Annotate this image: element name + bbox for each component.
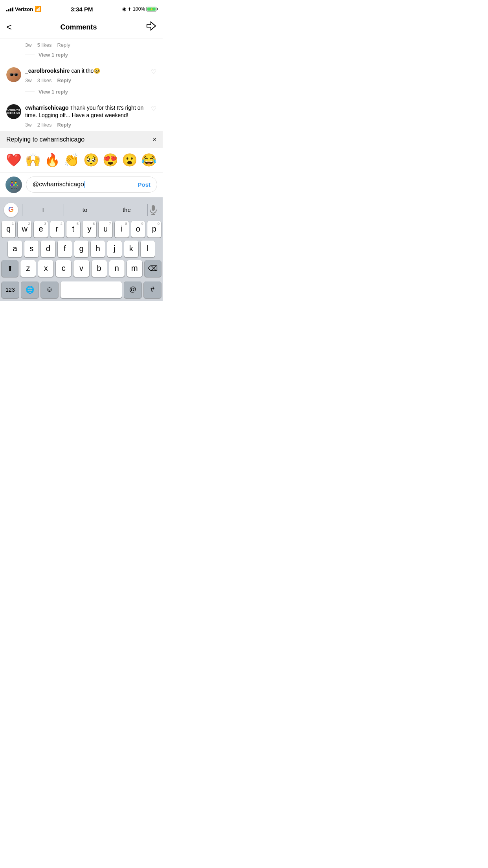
key-row-1: 1q 2w 3e 4r 5t 6y 7u 8i 9o 0p (2, 221, 161, 237)
key-s[interactable]: s (24, 241, 39, 257)
key-row-3: ⬆ z x c v b n m ⌫ (2, 260, 161, 277)
key-j[interactable]: j (107, 241, 121, 257)
keyboard: G I to the 1q 2w 3e 4r 5t 6y 7u 8i (0, 197, 163, 301)
emoji-surprised[interactable]: 😮 (122, 153, 138, 167)
key-b[interactable]: b (92, 260, 107, 277)
key-y[interactable]: 6y (83, 221, 96, 237)
navigation-icon: ⬆ (128, 7, 131, 12)
carol-likes: 3 likes (37, 77, 52, 83)
post-button[interactable]: Post (138, 181, 150, 188)
key-num-3: 3 (44, 222, 46, 226)
svg-marker-0 (147, 22, 156, 30)
status-bar: Verizon 📶 3:34 PM ◉ ⬆ 100% ⚡ (0, 0, 163, 17)
space-bar[interactable] (61, 281, 122, 298)
input-value: @cwharrischicago (33, 181, 84, 188)
key-d[interactable]: d (41, 241, 55, 257)
key-emoji[interactable]: ☺ (41, 281, 58, 298)
key-v[interactable]: v (73, 260, 89, 277)
suggestion-to[interactable]: to (64, 206, 105, 213)
carrier-label: Verizon (15, 6, 33, 12)
key-q[interactable]: 1q (2, 221, 15, 237)
emoji-laughing[interactable]: 😂 (141, 153, 157, 167)
key-f[interactable]: f (58, 241, 72, 257)
keyboard-rows: 1q 2w 3e 4r 5t 6y 7u 8i 9o 0p a s d f g … (0, 219, 163, 277)
key-l[interactable]: l (141, 241, 155, 257)
carol-heart-button[interactable]: ♡ (151, 68, 156, 75)
carol-comment-text: _carolbrookshire can it tho🥺 (25, 67, 147, 75)
comment-input[interactable]: @cwharrischicago (33, 181, 85, 188)
replies-line-2 (25, 92, 35, 92)
partial-likes: 5 likes (37, 42, 52, 48)
key-t[interactable]: 5t (66, 221, 80, 237)
emoji-raised-hands[interactable]: 🙌 (25, 153, 41, 167)
key-c[interactable]: c (56, 260, 71, 277)
backspace-button[interactable]: ⌫ (145, 260, 161, 277)
send-button[interactable] (145, 20, 156, 34)
cwharris-avatar: CWHarrisCHICAGO. (6, 104, 21, 119)
view-replies-1[interactable]: View 1 reply (0, 50, 163, 63)
key-n[interactable]: n (109, 260, 125, 277)
mic-button[interactable] (148, 204, 159, 215)
partial-reply-button[interactable]: Reply (57, 42, 70, 48)
key-x[interactable]: x (38, 260, 53, 277)
key-w[interactable]: 2w (18, 221, 31, 237)
view-replies-2[interactable]: View 1 reply (0, 86, 163, 99)
reply-banner: Replying to cwharrischicago × (0, 131, 163, 148)
emoji-sad[interactable]: 🥺 (83, 153, 99, 167)
key-z[interactable]: z (20, 260, 36, 277)
key-e[interactable]: 3e (34, 221, 48, 237)
key-hash[interactable]: # (144, 281, 161, 298)
key-p[interactable]: 0p (147, 221, 161, 237)
keyboard-suggestions: G I to the (0, 200, 163, 219)
emoji-clap[interactable]: 👏 (64, 153, 79, 167)
cwharris-reply-button[interactable]: Reply (57, 122, 71, 128)
key-g[interactable]: g (74, 241, 88, 257)
key-i[interactable]: 8i (115, 221, 128, 237)
key-num-7: 7 (109, 222, 111, 226)
wifi-icon: 📶 (35, 6, 41, 12)
carol-reply-button[interactable]: Reply (57, 77, 71, 83)
key-u[interactable]: 7u (99, 221, 112, 237)
suggestion-the[interactable]: the (106, 206, 147, 213)
emoji-heart-eyes[interactable]: 😍 (103, 153, 118, 167)
cwharris-likes: 2 likes (37, 122, 52, 128)
carol-username[interactable]: _carolbrookshire (25, 68, 70, 74)
charging-icon: ⚡ (150, 7, 154, 11)
reply-banner-close-button[interactable]: × (153, 136, 156, 143)
partial-time: 3w (25, 42, 32, 48)
key-k[interactable]: k (124, 241, 138, 257)
key-h[interactable]: h (91, 241, 105, 257)
key-a[interactable]: a (8, 241, 22, 257)
emoji-bar: ❤️ 🙌 🔥 👏 🥺 😍 😮 😂 (0, 148, 163, 173)
emoji-fire[interactable]: 🔥 (44, 153, 60, 167)
key-globe[interactable]: 🌐 (21, 281, 39, 298)
suggestion-I[interactable]: I (22, 206, 64, 213)
back-button[interactable]: < (6, 22, 12, 33)
key-at[interactable]: @ (124, 281, 141, 298)
key-r[interactable]: 4r (50, 221, 64, 237)
carol-avatar-img: 🕶️ (6, 67, 21, 82)
status-left: Verizon 📶 (6, 6, 41, 12)
key-123[interactable]: 123 (2, 281, 19, 298)
key-m[interactable]: m (127, 260, 142, 277)
key-num-2: 2 (28, 222, 30, 226)
keyboard-bottom-row: 123 🌐 ☺ @ # (0, 280, 163, 301)
shift-button[interactable]: ⬆ (2, 260, 18, 277)
key-o[interactable]: 9o (131, 221, 145, 237)
cwharris-username[interactable]: cwharrischicago (25, 105, 69, 111)
current-user-avatar: 👫 (6, 177, 22, 193)
cwharris-comment-meta: 3w 2 likes Reply (25, 122, 147, 128)
comment-carol: 🕶️ _carolbrookshire can it tho🥺 3w 3 lik… (0, 63, 163, 86)
key-num-8: 8 (125, 222, 127, 226)
partial-meta: 3w 5 likes Reply (25, 42, 156, 48)
cwharris-heart-button[interactable]: ♡ (151, 105, 156, 112)
mic-icon-svg (149, 205, 157, 215)
cwharris-comment-text: cwharrischicago Thank you for this! It's… (25, 104, 147, 120)
comment-input-wrapper[interactable]: @cwharrischicago Post (26, 177, 157, 193)
key-num-4: 4 (61, 222, 62, 226)
replies-line-1 (25, 55, 35, 55)
cwharris-time: 3w (25, 122, 32, 128)
emoji-heart[interactable]: ❤️ (6, 153, 22, 167)
status-right: ◉ ⬆ 100% ⚡ (122, 6, 156, 12)
battery-icon: ⚡ (147, 7, 156, 11)
